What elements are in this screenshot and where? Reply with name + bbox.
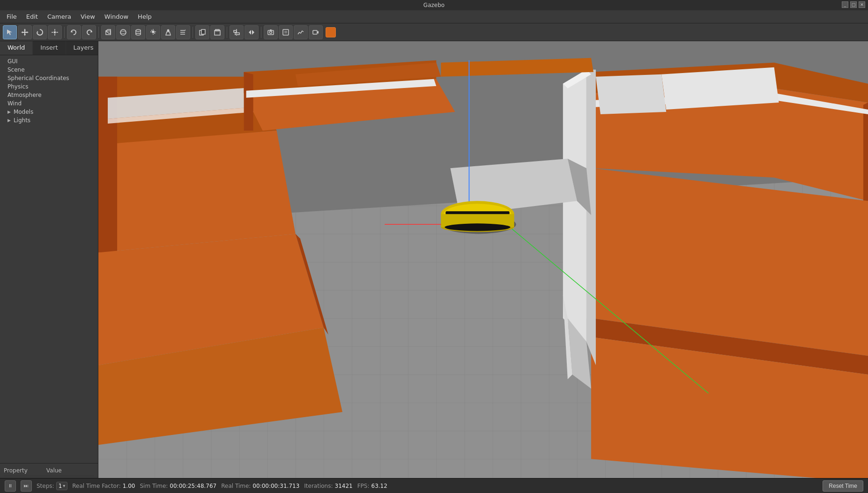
svg-marker-80 [661,67,779,110]
property-panel: Property Value [0,463,98,478]
svg-point-21 [136,33,141,35]
iterations-label: Iterations: [304,483,333,489]
close-button[interactable]: ✕ [859,1,865,8]
tree-physics[interactable]: Physics [0,82,98,91]
log-button[interactable] [279,25,293,39]
steps-label: Steps: [37,483,54,489]
tree-spherical-coordinates[interactable]: Spherical Coordinates [0,74,98,82]
steps-stepper[interactable]: 1 ▾ [56,482,68,490]
svg-line-28 [155,33,156,34]
menu-file[interactable]: File [2,11,22,22]
cylinder-tool-button[interactable] [131,25,145,39]
snap-button[interactable] [245,25,259,39]
svg-point-16 [120,29,126,35]
svg-marker-79 [596,74,666,114]
scale-tool-button[interactable] [48,25,62,39]
color-picker-button[interactable] [326,27,336,37]
reset-time-button[interactable]: Reset Time [823,480,863,492]
redo-button[interactable] [82,25,96,39]
menu-bar: File Edit Camera View Window Help [0,10,868,23]
tree-atmosphere[interactable]: Atmosphere [0,91,98,99]
tab-insert[interactable]: Insert [33,41,66,55]
separator-2 [98,27,99,38]
svg-rect-45 [283,29,289,35]
pause-icon: ⏸ [8,483,13,488]
align-button[interactable] [230,25,244,39]
svg-marker-5 [27,31,29,33]
tree-wind[interactable]: Wind [0,99,98,108]
real-time-factor: Real Time Factor: 1.00 [72,483,135,489]
tree-panel: GUI Scene Spherical Coordinates Physics … [0,55,98,463]
rotate-tool-button[interactable] [33,25,47,39]
menu-help[interactable]: Help [133,11,156,22]
select-tool-button[interactable] [3,25,17,39]
steps-arrow[interactable]: ▾ [63,483,65,488]
svg-rect-7 [54,31,56,33]
pause-button[interactable]: ⏸ [5,480,16,492]
svg-marker-4 [21,31,23,33]
tree-gui[interactable]: GUI [0,57,98,66]
viewport[interactable] [98,41,868,478]
tab-world[interactable]: World [0,41,33,55]
menu-edit[interactable]: Edit [22,11,43,22]
left-panel: World Insert Layers GUI Scene Spherical … [0,41,98,478]
svg-marker-6 [37,31,38,32]
tab-bar: World Insert Layers [0,41,98,55]
tree-scene[interactable]: Scene [0,66,98,74]
iterations: Iterations: 31421 [304,483,352,489]
real-time-factor-label: Real Time Factor: [72,483,120,489]
menu-camera[interactable]: Camera [43,11,76,22]
svg-marker-72 [586,70,596,365]
separator-1 [64,27,65,38]
menu-window[interactable]: Window [100,11,133,22]
directional-light-button[interactable] [176,25,190,39]
real-time-label: Real Time: [221,483,251,489]
real-time: Real Time: 00:00:00:31.713 [221,483,299,489]
spot-light-button[interactable] [161,25,175,39]
scene-canvas [98,41,868,478]
iterations-value: 31421 [335,483,353,489]
separator-3 [193,27,193,38]
main-layout: World Insert Layers GUI Scene Spherical … [0,41,868,478]
paste-button[interactable] [210,25,224,39]
real-time-factor-value: 1.00 [123,483,135,489]
plot-button[interactable] [294,25,308,39]
tree-models[interactable]: Models [0,108,98,116]
sim-time-value: 00:00:25:48.767 [170,483,216,489]
video-button[interactable] [309,25,323,39]
steps-control[interactable]: Steps: 1 ▾ [37,482,67,490]
app-title: Gazebo [423,2,445,8]
translate-tool-button[interactable] [18,25,32,39]
fps: FPS: 63.12 [357,483,387,489]
property-col: Property [4,467,28,474]
steps-value: 1 [59,483,62,489]
step-icon: ⏭ [24,483,29,488]
sphere-tool-button[interactable] [116,25,130,39]
step-button[interactable]: ⏭ [21,480,32,492]
box-tool-button[interactable] [101,25,115,39]
screenshot-button[interactable] [264,25,278,39]
copy-button[interactable] [195,25,209,39]
menu-view[interactable]: View [76,11,100,22]
tab-layers[interactable]: Layers [66,41,102,55]
point-light-button[interactable] [146,25,160,39]
minimize-button[interactable]: _ [842,1,848,8]
svg-point-22 [152,30,155,33]
svg-marker-15 [106,29,111,33]
fps-value: 63.12 [371,483,387,489]
svg-line-27 [151,30,152,31]
title-bar-controls[interactable]: _ □ ✕ [842,1,865,8]
svg-marker-30 [166,32,171,35]
svg-marker-63 [244,72,253,131]
svg-marker-67 [863,103,868,201]
svg-point-18 [136,29,141,31]
svg-point-93 [445,223,510,231]
maximize-button[interactable]: □ [850,1,857,8]
separator-4 [227,27,227,38]
tree-lights[interactable]: Lights [0,116,98,125]
separator-5 [261,27,261,38]
toolbar [0,23,868,41]
undo-button[interactable] [67,25,81,39]
svg-marker-3 [24,34,26,36]
sim-time-label: Sim Time: [140,483,168,489]
